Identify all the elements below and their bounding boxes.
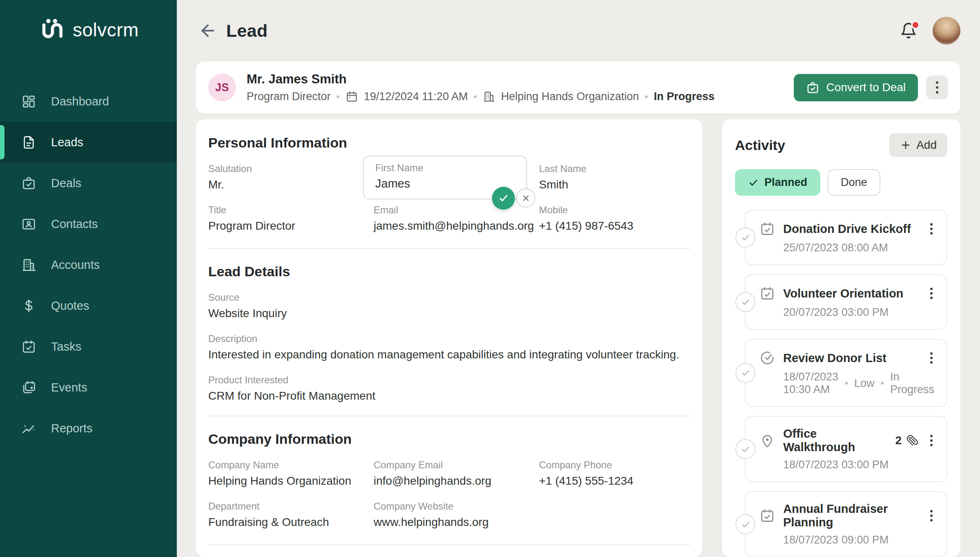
company-website-link[interactable]: www.helpinghands.org [374,516,539,529]
sidebar-nav: Dashboard Leads Deals [0,81,177,449]
tab-planned[interactable]: Planned [735,169,820,196]
company-phone-field: Company Phone +1 (415) 555-1234 [539,459,690,488]
app-logo[interactable]: solvcrm [0,18,177,42]
activity-item-menu[interactable] [929,285,934,302]
section-divider [208,248,690,249]
sidebar-item-events[interactable]: Events [0,367,177,408]
email-link[interactable]: james.smith@helpinghands.org [374,219,539,233]
sidebar-item-label: Leads [51,136,83,149]
lead-summary-card: JS Mr. James Smith Program Director • 19… [196,61,960,114]
building-icon [21,257,36,273]
mark-done-checkbox[interactable] [735,363,755,383]
kebab-icon [936,81,938,84]
company-website-field: Company Website www.helpinghands.org [374,501,539,529]
lead-job-title: Program Director [247,90,331,103]
mobile-link[interactable]: +1 (415) 987-6543 [539,219,690,233]
lead-company: Helping Hands Organization [501,90,639,103]
company-email-field: Company Email info@helpinghands.org [374,459,539,488]
activity-item-menu[interactable] [929,508,934,524]
lead-subtitle: Program Director • 19/12/2024 11:20 AM • [247,90,715,103]
activity-tabs: Planned Done [735,169,947,196]
sidebar-item-label: Accounts [51,258,100,272]
activity-item[interactable]: Donation Drive Kickoff 25/07/2023 08:00 … [745,210,947,265]
lead-details-heading: Lead Details [208,264,690,280]
sidebar-item-quotes[interactable]: Quotes [0,285,177,326]
sidebar-item-dashboard[interactable]: Dashboard [0,81,177,122]
sidebar-item-contacts[interactable]: Contacts [0,204,177,244]
activity-title: Volunteer Orientation [783,287,903,300]
notification-badge [911,20,920,29]
main-content: Lead JS Mr. James Smith Program Director… [177,0,980,557]
calendar-check-icon [760,221,775,237]
sidebar-item-reports[interactable]: Reports [0,408,177,449]
sidebar-item-accounts[interactable]: Accounts [0,244,177,285]
activity-datetime: 25/07/2023 08:00 AM [783,242,888,254]
activity-datetime: 18/07/2023 03:00 PM [783,459,889,471]
lead-status: In Progress [654,90,715,103]
activity-item[interactable]: Volunteer Orientation 20/07/2023 03:00 P… [745,274,947,330]
sidebar-item-label: Contacts [51,217,98,231]
lead-name: Mr. James Smith [247,72,715,87]
sidebar-item-deals[interactable]: Deals [0,163,177,204]
activity-item[interactable]: Annual Fundraiser Planning 18/07/2023 09… [745,491,947,557]
dollar-icon [21,298,36,313]
company-info-row-2: Department Fundraising & Outreach Compan… [208,501,690,542]
confirm-edit-button[interactable] [492,187,515,210]
tab-done[interactable]: Done [828,169,880,196]
company-email-link[interactable]: info@helpinghands.org [374,474,539,488]
mark-done-checkbox[interactable] [735,514,755,535]
mark-done-checkbox[interactable] [735,228,755,248]
activity-item-menu[interactable] [929,432,934,449]
check-icon [748,177,759,188]
product-interested-field: Product Interested CRM for Non-Profit Ma… [208,374,690,403]
last-name-field: Last Name Smith [539,163,690,191]
first-name-input[interactable] [375,177,515,190]
check-icon [740,368,751,378]
notifications-button[interactable] [900,22,917,39]
first-name-edit-cell: First Name [374,163,539,204]
activity-heading: Activity [735,137,785,153]
dot-separator: • [474,91,477,103]
back-button[interactable] [198,20,220,41]
personal-info-row-2: Title Program Director Email james.smith… [208,204,690,246]
mark-done-checkbox[interactable] [735,292,755,312]
convert-to-deal-button[interactable]: Convert to Deal [794,74,918,101]
activity-item[interactable]: Office Walkthrough 2 [745,416,947,482]
first-name-edit-box: First Name [363,156,527,199]
salutation-field: Salutation Mr. [208,163,374,191]
activity-item-menu[interactable] [929,350,934,366]
dot-separator: • [881,378,884,389]
briefcase-check-icon [806,81,820,94]
user-avatar[interactable] [933,17,960,45]
dot-separator: • [645,91,648,103]
activity-list: Donation Drive Kickoff 25/07/2023 08:00 … [735,210,947,557]
company-information-heading: Company Information [208,431,690,447]
convert-button-label: Convert to Deal [826,81,906,94]
mark-done-checkbox[interactable] [735,439,755,459]
sidebar-item-leads[interactable]: Leads [0,122,177,163]
sidebar-item-label: Reports [51,422,93,435]
cancel-edit-button[interactable] [516,188,535,208]
company-info-row-1: Company Name Helping Hands Organization … [208,459,690,501]
activity-header: Activity Add [735,133,947,157]
add-button-label: Add [916,139,937,152]
company-building-icon [483,90,495,103]
briefcase-check-icon [21,176,36,191]
lead-more-menu-button[interactable] [926,76,948,99]
activity-title: Office Walkthrough [783,427,887,454]
check-icon [740,232,751,243]
company-phone-link[interactable]: +1 (415) 555-1234 [539,474,690,488]
sidebar: solvcrm Dashboard Leads [0,0,177,557]
title-field: Title Program Director [208,204,374,233]
activity-item-menu[interactable] [929,221,934,237]
calendar-check-icon [760,286,775,301]
add-activity-button[interactable]: Add [889,133,947,157]
lead-datetime: 19/12/2024 11:20 AM [364,90,468,103]
sidebar-item-tasks[interactable]: Tasks [0,326,177,367]
page-header: Lead [196,0,960,61]
activity-item[interactable]: Review Donor List 18/07/2023 10:30 AM • … [745,339,947,407]
activity-title: Donation Drive Kickoff [783,222,911,236]
paperclip-icon [906,434,919,447]
department-field: Department Fundraising & Outreach [208,501,374,529]
lead-detail-card: Personal Information Salutation Mr. Firs… [196,119,702,557]
